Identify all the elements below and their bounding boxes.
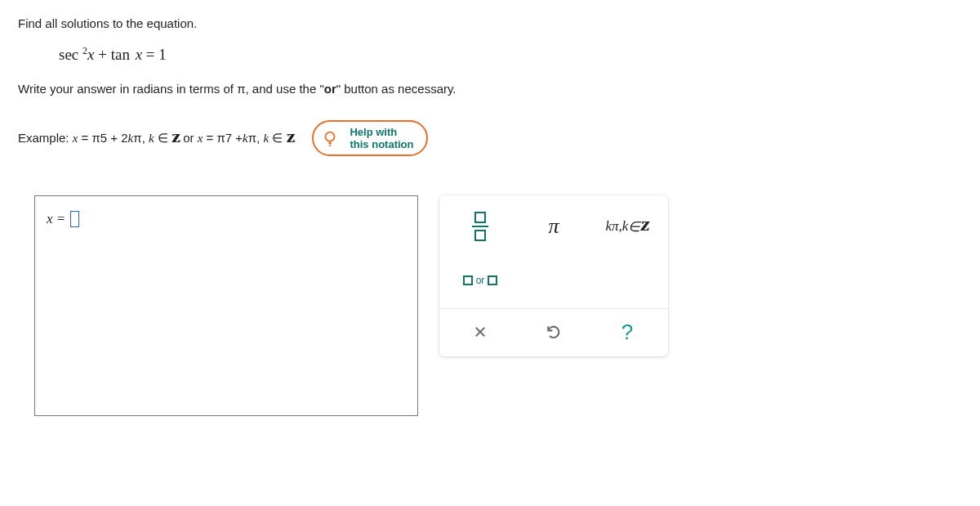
example-var-x2: x [198,132,203,145]
instruction-post: , and use the " [246,82,324,96]
keypad-clear-button[interactable] [446,314,514,350]
keypad-undo-button[interactable] [519,314,588,350]
keypad-separator [439,308,668,309]
close-icon [473,325,488,339]
keypad-help-button[interactable]: ? [593,314,662,350]
fraction-icon [472,212,488,241]
or-label: or [476,275,485,286]
help-line2: this notation [350,138,413,150]
eq-var-x1: x [87,46,94,63]
example-var-x1: x [73,132,78,145]
answer-box[interactable]: x = [34,195,418,416]
keypad-fraction-button[interactable] [446,202,514,251]
eq-var-x2: x [136,46,142,63]
instruction-or: or [324,82,336,96]
eq-plus-tan: + tan [98,46,130,63]
integers-symbol: Z [172,132,180,146]
help-with-notation-button[interactable]: Help with this notation [312,120,428,156]
svg-point-0 [326,132,335,141]
instruction-pre: Write your answer in radians in terms of [18,82,237,96]
keypad-or-button[interactable]: or [446,256,514,305]
example-or: or [180,131,198,145]
keypad: π kπ, k∈Z or ? [439,195,668,356]
keypad-empty-2 [593,256,662,305]
help-line1: Help with [350,126,397,138]
eq-rhs: 1 [158,46,167,63]
answer-input[interactable] [70,211,79,227]
or-icon: or [463,275,498,286]
help-text: Help with this notation [350,126,413,151]
integers-symbol: Z [286,132,294,146]
eq-sec: sec [59,46,78,63]
answer-lhs: x = [47,211,65,227]
instruction-pi: π [237,82,245,96]
keypad-kpi-kz-button[interactable]: kπ, k∈Z [593,202,662,251]
instruction-tail: " button as necessary. [336,82,457,96]
example-text: Example: x = π5 + 2kπ, k ∈ Z or x = π7 +… [18,131,294,146]
equation: sec 2x + tan x = 1 [59,45,962,64]
instruction: Write your answer in radians in terms of… [18,82,962,96]
problem-prompt: Find all solutions to the equation. [18,16,962,30]
lightbulb-icon [318,127,341,150]
keypad-empty-1 [519,256,588,305]
example-label: Example: [18,131,73,145]
keypad-pi-button[interactable]: π [519,202,588,251]
undo-icon [546,324,562,340]
eq-equals: = [146,46,155,63]
